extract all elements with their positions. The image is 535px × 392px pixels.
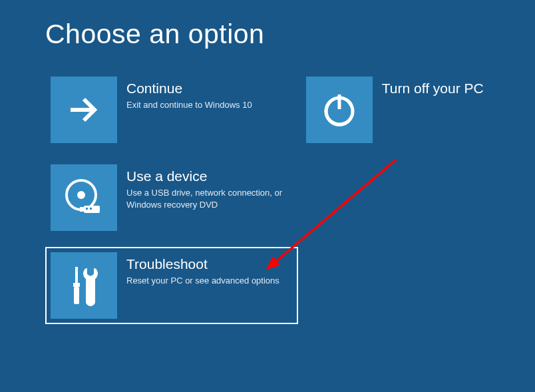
arrow-right-icon	[51, 77, 117, 143]
tools-icon	[51, 252, 117, 319]
use-device-tile[interactable]: Use a device Use a USB drive, network co…	[45, 159, 298, 236]
continue-desc: Exit and continue to Windows 10	[126, 99, 279, 111]
svg-rect-7	[90, 208, 92, 210]
troubleshoot-tile[interactable]: Troubleshoot Reset your PC or see advanc…	[45, 247, 298, 324]
turn-off-title: Turn off your PC	[382, 81, 484, 97]
page-title: Choose an option	[45, 19, 490, 50]
troubleshoot-title: Troubleshoot	[126, 256, 293, 272]
troubleshoot-desc: Reset your PC or see advanced options	[126, 275, 293, 287]
use-device-title: Use a device	[126, 168, 293, 184]
svg-rect-9	[73, 283, 80, 287]
power-icon	[306, 77, 373, 143]
svg-rect-8	[75, 267, 78, 283]
use-device-desc: Use a USB drive, network connection, or …	[126, 187, 293, 210]
turn-off-tile[interactable]: Turn off your PC	[301, 71, 490, 148]
continue-tile[interactable]: Continue Exit and continue to Windows 10	[45, 71, 285, 148]
disc-usb-icon	[51, 164, 117, 231]
svg-rect-10	[74, 287, 79, 304]
svg-point-3	[77, 191, 85, 199]
svg-rect-5	[80, 207, 85, 212]
continue-title: Continue	[126, 81, 279, 97]
svg-rect-6	[86, 208, 88, 210]
